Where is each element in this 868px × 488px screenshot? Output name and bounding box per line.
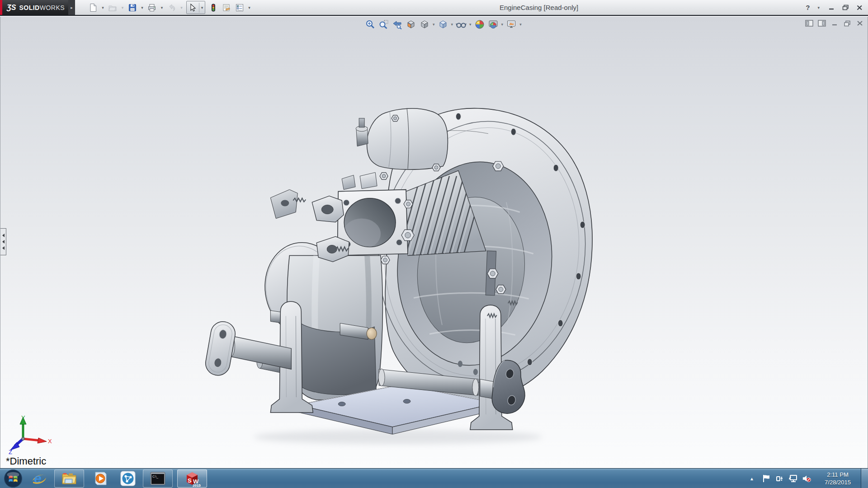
triad-z-label: Z [9,449,12,455]
brand-name: SOLIDWORKS [19,4,65,11]
orientation-triad[interactable]: Y X Z [5,413,55,455]
options-button[interactable] [233,1,245,14]
dock-pane-left-button[interactable] [805,19,813,27]
network-button[interactable] [788,474,798,483]
brand-works: WORKS [40,4,65,11]
show-hidden-icons-button[interactable]: ▲ [750,476,754,481]
solidworks-2015-icon: S W 2015 [184,470,201,487]
undo-dropdown: ▾ [179,5,184,10]
rebuild-button[interactable] [207,1,219,14]
close-button[interactable] [855,4,863,12]
doc-minimize-button[interactable] [830,19,839,27]
open-folder-icon [108,3,117,12]
valve-cover [356,108,448,169]
dock-pane-left-icon [805,20,813,27]
doc-close-button[interactable] [855,19,864,27]
edit-appearance-button[interactable] [474,19,485,30]
taskbar-clock[interactable]: 2:11 PM 7/28/2015 [818,471,857,486]
zoom-to-fit-button[interactable] [365,19,376,30]
collapse-arrow-icon [2,240,5,244]
apply-scene-button[interactable] [488,19,499,30]
file-properties-icon [222,3,231,12]
solidworks-window: ƷS SOLIDWORKS ▸ ▾ ▾ [0,0,868,488]
options-dropdown[interactable]: ▾ [246,5,252,10]
standard-toolbar: ▾ ▾ ▾ [87,1,252,14]
save-button[interactable] [126,1,138,14]
print-icon [147,3,156,12]
open-dropdown: ▾ [120,5,126,10]
display-style-button[interactable] [438,19,448,30]
taskbar-internet-explorer[interactable]: e [29,469,50,488]
triad-x-axis: X [23,438,52,445]
print-dropdown[interactable]: ▾ [159,5,165,10]
taskbar-solidworks[interactable]: S W 2015 [177,469,207,488]
hide-show-items-icon [456,19,467,29]
undo-icon [167,3,176,12]
hide-show-items-button[interactable] [456,19,467,30]
doc-restore-button[interactable] [843,19,851,27]
action-center-button[interactable] [761,474,771,483]
new-document-button[interactable] [87,1,99,14]
view-orientation-button[interactable] [419,19,430,30]
section-view-button[interactable] [406,19,416,30]
view-settings-icon [506,19,516,29]
help-button[interactable]: ? [806,4,810,11]
taskbar-node-app[interactable] [118,469,138,488]
network-icon [788,474,798,483]
display-style-dropdown[interactable]: ▾ [451,22,453,27]
graphics-viewport[interactable]: ▾ ▾ ▾ [0,17,868,468]
minimize-button[interactable] [827,4,835,12]
power-button[interactable] [775,474,785,483]
collapse-arrow-icon [2,234,5,237]
view-settings-button[interactable] [506,19,517,30]
edit-appearance-icon [475,19,485,29]
section-view-icon [406,19,416,29]
triad-z-axis: Z [9,439,23,455]
dock-pane-right-button[interactable] [817,19,826,27]
solidworks-logo: ƷS SOLIDWORKS [0,0,68,15]
save-dropdown[interactable]: ▾ [139,5,145,10]
open-button[interactable] [107,1,119,14]
select-dropdown[interactable]: ▾ [199,3,205,13]
command-prompt-icon: C:\_ [150,471,166,486]
show-desktop-button[interactable] [861,469,868,488]
sw-letter-s: S [188,477,192,484]
view-orientation-label: *Dimetric [6,455,46,467]
apply-scene-dropdown[interactable]: ▾ [501,22,504,27]
node-app-icon [120,470,136,487]
previous-view-button[interactable] [392,19,403,30]
doc-close-icon [857,20,863,26]
power-plug-icon [775,474,784,483]
volume-button[interactable] [802,474,812,483]
apply-scene-icon [488,19,498,29]
view-orientation-dropdown[interactable]: ▾ [433,22,435,27]
zoom-to-fit-icon [365,19,375,29]
new-dropdown[interactable]: ▾ [100,5,106,10]
save-icon [128,3,137,12]
print-button[interactable] [146,1,158,14]
doc-minimize-icon [831,20,838,26]
new-document-icon [89,3,98,12]
restore-button[interactable] [841,4,849,12]
collapse-arrow-icon [2,246,5,250]
doc-restore-icon [844,20,851,27]
taskbar-windows-explorer[interactable] [54,469,84,488]
select-cursor-icon [188,3,197,12]
help-dropdown[interactable]: ▾ [816,5,821,10]
close-icon [857,5,863,10]
menu-expander-button[interactable]: ▸ [68,0,75,15]
previous-view-icon [392,19,402,29]
engine-casing-model[interactable] [0,17,868,468]
zoom-to-area-icon [379,19,389,29]
taskbar-media-player[interactable] [90,469,111,488]
file-properties-button[interactable] [220,1,232,14]
zoom-to-area-button[interactable] [378,19,389,30]
undo-button[interactable] [165,1,178,14]
start-button[interactable] [4,469,23,488]
taskbar-command-prompt[interactable]: C:\_ [143,469,173,488]
triad-y-axis: Y [20,414,26,439]
collapsed-panel-tab[interactable] [0,228,6,255]
view-settings-dropdown[interactable]: ▾ [519,22,522,27]
select-tool-button[interactable] [187,1,199,14]
hide-show-dropdown[interactable]: ▾ [469,22,472,27]
